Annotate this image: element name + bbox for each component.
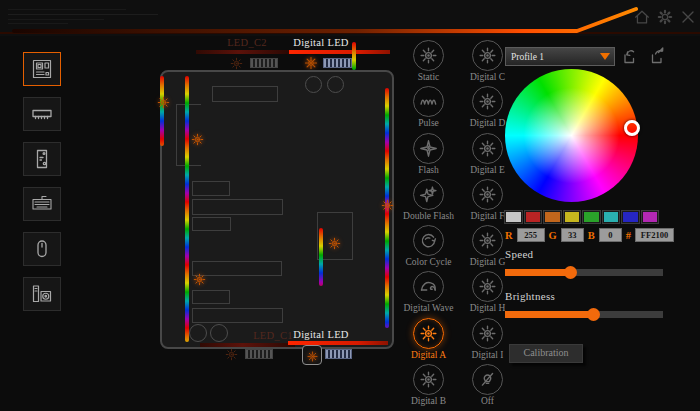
- speed-slider-thumb[interactable]: [564, 266, 577, 279]
- mode-color-cycle[interactable]: Color Cycle: [399, 225, 458, 271]
- led-c2-port-badge: [250, 58, 278, 68]
- led-zone-icon[interactable]: [190, 132, 205, 147]
- digital-led-bottom-port-badge: [325, 349, 352, 359]
- motherboard-icon: [30, 58, 54, 80]
- color-cycle-icon: [413, 225, 444, 256]
- cooler-icon: [30, 283, 54, 305]
- sun-icon: [413, 40, 444, 71]
- pcie-slot-outline: [192, 217, 231, 231]
- sun-icon: [413, 318, 444, 349]
- mode-off[interactable]: Off: [458, 364, 517, 410]
- rgb-led-strip[interactable]: [319, 228, 323, 286]
- color-swatch-6[interactable]: [622, 211, 639, 223]
- rgb-led-strip[interactable]: [185, 76, 189, 342]
- pcie-slot-outline: [192, 290, 230, 304]
- g-label: G: [549, 230, 557, 241]
- rgb-fusion-window: LED_C2 Digital LED: [0, 0, 700, 411]
- led-zone-icon[interactable]: [380, 198, 395, 213]
- mode-label: Double Flash: [403, 211, 454, 221]
- b-label: B: [588, 230, 595, 241]
- led-c1-underline: [200, 343, 295, 347]
- mode-label: Digital G: [470, 257, 506, 267]
- hex-value-field[interactable]: FF2100: [635, 228, 674, 242]
- import-profile-icon[interactable]: [618, 45, 640, 67]
- wave-icon: [413, 271, 444, 302]
- fan-header-circle: [327, 76, 344, 93]
- mode-label: Digital F: [470, 211, 504, 221]
- sun-icon: [472, 318, 503, 349]
- title-bar: [0, 0, 700, 36]
- sidebar-device-keyboard-icon[interactable]: [23, 187, 61, 221]
- mode-digital-wave[interactable]: Digital Wave: [399, 271, 458, 317]
- mouse-icon: [30, 238, 54, 260]
- led-zone-icon[interactable]: [327, 236, 342, 251]
- close-icon[interactable]: [678, 7, 698, 27]
- hex-label: #: [626, 230, 631, 241]
- digital-led-bottom-underline: [288, 341, 388, 345]
- brightness-slider-thumb[interactable]: [587, 308, 600, 321]
- b-value-field[interactable]: 0: [599, 228, 622, 242]
- mode-double-flash[interactable]: Double Flash: [399, 179, 458, 225]
- mode-digital-a[interactable]: Digital A: [399, 318, 458, 364]
- mode-label: Pulse: [418, 118, 439, 128]
- double-flash-icon: [413, 179, 444, 210]
- mode-digital-b[interactable]: Digital B: [399, 364, 458, 410]
- color-swatch-5[interactable]: [603, 211, 620, 223]
- digital-led-top-port-icon[interactable]: [303, 55, 319, 71]
- pulse-icon: [413, 86, 444, 117]
- color-swatch-4[interactable]: [583, 211, 600, 223]
- pc-case-icon: [30, 148, 54, 170]
- rgb-led-strip[interactable]: [160, 76, 164, 146]
- color-swatch-7[interactable]: [642, 211, 659, 223]
- led-zone-icon[interactable]: [156, 95, 171, 110]
- sidebar-device-pc-case-icon[interactable]: [23, 142, 61, 176]
- sun-icon: [472, 225, 503, 256]
- mode-flash[interactable]: Flash: [399, 133, 458, 179]
- mode-label: Digital Wave: [404, 303, 454, 313]
- color-wheel-selector[interactable]: [624, 120, 640, 136]
- digital-led-bottom-port-icon: [306, 349, 319, 362]
- mode-label: Digital I: [472, 350, 504, 360]
- calibration-button[interactable]: Calibration: [509, 344, 583, 363]
- color-wheel[interactable]: [505, 69, 638, 202]
- g-value-field[interactable]: 33: [561, 228, 584, 242]
- sun-icon: [472, 133, 503, 164]
- led-c2-port-icon[interactable]: [229, 56, 244, 71]
- lighting-mode-grid: StaticDigital CPulseDigital DFlashDigita…: [399, 40, 517, 410]
- flash-icon: [413, 133, 444, 164]
- export-profile-icon[interactable]: [646, 45, 668, 67]
- mode-static[interactable]: Static: [399, 40, 458, 86]
- mode-pulse[interactable]: Pulse: [399, 86, 458, 132]
- led-c1-port-icon[interactable]: [224, 347, 239, 362]
- color-swatch-2[interactable]: [544, 211, 561, 223]
- brightness-slider[interactable]: [505, 311, 663, 318]
- led-c2-underline: [196, 50, 291, 54]
- color-swatch-1[interactable]: [525, 211, 542, 223]
- off-icon: [472, 364, 503, 395]
- pcie-slot-outline: [192, 308, 283, 323]
- sun-icon: [472, 271, 503, 302]
- color-swatch-0[interactable]: [505, 211, 522, 223]
- led-zone-icon[interactable]: [192, 272, 207, 287]
- profile-dropdown[interactable]: Profile 1: [505, 47, 615, 66]
- digital-led-bottom-label[interactable]: Digital LED: [276, 329, 366, 340]
- speed-slider[interactable]: [505, 269, 663, 276]
- r-value-field[interactable]: 255: [517, 228, 545, 242]
- keyboard-icon: [30, 193, 54, 215]
- pcie-slot-outline: [192, 181, 230, 196]
- home-icon[interactable]: [632, 7, 652, 27]
- mode-label: Flash: [418, 165, 439, 175]
- profile-dropdown-value: Profile 1: [506, 52, 600, 62]
- r-label: R: [505, 230, 513, 241]
- digital-led-top-underline: [289, 50, 390, 54]
- sidebar-device-motherboard-icon[interactable]: [23, 52, 61, 86]
- settings-gear-icon[interactable]: [655, 7, 675, 27]
- sidebar-device-mouse-icon[interactable]: [23, 232, 61, 266]
- sidebar-device-cooler-icon[interactable]: [23, 277, 61, 311]
- color-swatch-3[interactable]: [564, 211, 581, 223]
- digital-led-bottom-port-box[interactable]: [302, 345, 322, 365]
- brightness-label: Brightness: [505, 290, 555, 302]
- sidebar-device-ram-icon[interactable]: [23, 97, 61, 131]
- rgb-led-strip[interactable]: [352, 42, 356, 70]
- ram-icon: [30, 103, 54, 125]
